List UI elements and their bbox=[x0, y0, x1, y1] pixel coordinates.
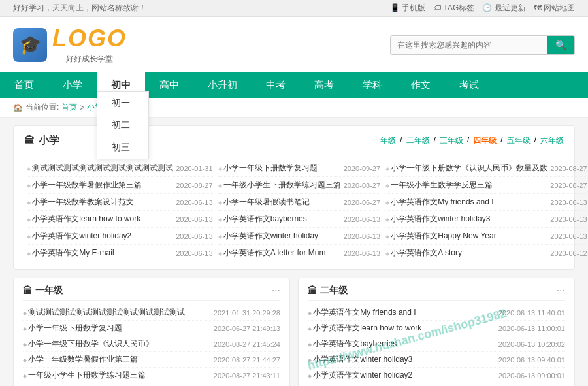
nav-middle-exam[interactable]: 中考 bbox=[252, 72, 300, 98]
article-item: 小学英语作文winter holiday 2020-06-13 bbox=[218, 228, 381, 245]
grade2-header: 🏛 二年级 ··· bbox=[308, 285, 565, 301]
list-item: 小学英语作文winter holiday2 2020-06-13 09:00:0… bbox=[308, 368, 565, 383]
search-box: 🔍 bbox=[390, 35, 575, 55]
logo-icon: 🎓 bbox=[13, 28, 47, 62]
middle-dropdown: 初一 初二 初三 bbox=[97, 91, 149, 159]
main-content: 🏛 小学 一年级 / 二年级 / 三年级 / 四年级 / 五年级 / 六年级 测… bbox=[0, 118, 588, 386]
recent-link[interactable]: 🕒 最近更新 bbox=[482, 3, 525, 14]
article-item: 小学一年级暑假读书笔记 2020-06-27 bbox=[218, 194, 381, 211]
list-item: 小学英语作文learn how to work 2020-06-13 11:00… bbox=[308, 321, 565, 336]
dropdown-grade2[interactable]: 初二 bbox=[97, 114, 148, 137]
list-item: 小学英语作文My friends and I 2020-06-13 11:40:… bbox=[308, 305, 565, 321]
grade-link-5[interactable]: 五年级 bbox=[507, 135, 531, 146]
article-item: 小学英语作文A letter for Mum 2020-06-13 bbox=[218, 245, 381, 261]
grade-link-1[interactable]: 一年级 bbox=[372, 135, 396, 146]
top-bar-slogan: 好好学习，天天向上，网站名称致谢！ bbox=[13, 3, 146, 14]
primary-section-title: 🏛 小学 bbox=[24, 134, 59, 148]
breadcrumb-home-icon: 🏠 bbox=[13, 103, 23, 112]
article-item: 小学一年级数学暑假作业第三篇 2020-08-27 bbox=[27, 177, 213, 194]
grade-link-2[interactable]: 二年级 bbox=[406, 135, 430, 146]
dropdown-grade1[interactable]: 初一 bbox=[97, 92, 148, 114]
list-item: 小学一年级下册数学复习题 2020-06-27 21:49:13 bbox=[23, 321, 280, 336]
article-item: 一年级小学生下册数学练习题三篇 2020-08-27 bbox=[218, 177, 381, 194]
mobile-link[interactable]: 📱 手机版 bbox=[390, 3, 425, 14]
article-item: 小学英语作文Happy New Year 2020-06-13 bbox=[385, 228, 587, 245]
article-item: 一年级小学生数学学反思三篇 2020-08-27 bbox=[385, 177, 587, 194]
article-col-1: 测试测试测试测试测试测试测试测试测试 2020-01-31 小学一年级数学暑假作… bbox=[24, 160, 216, 261]
article-item: 小学英语作文My E-mail 2020-06-13 bbox=[27, 245, 213, 261]
logo-block: LOGO 好好成长学堂 bbox=[52, 25, 127, 65]
grade2-more[interactable]: ··· bbox=[557, 285, 565, 297]
grade1-title: 🏛 一年级 bbox=[23, 285, 63, 297]
article-col-2: 小学一年级下册数学复习题 2020-09-27 一年级小学生下册数学练习题三篇 … bbox=[216, 160, 384, 261]
bottom-grid: 🏛 一年级 ··· 测试测试测试测试测试测试测试测试测试测试 2021-01-3… bbox=[13, 278, 575, 386]
top-bar-links: 📱 手机版 🏷 TAG标签 🕒 最近更新 🗺 网站地图 bbox=[390, 3, 575, 14]
header-right: 🔍 bbox=[390, 35, 575, 55]
list-item: 小学一年级下册数学《认识人民币》 2020-08-27 21:45:24 bbox=[23, 336, 280, 352]
primary-title-icon: 🏛 bbox=[24, 135, 35, 147]
breadcrumb-home-link[interactable]: 首页 bbox=[61, 102, 77, 113]
nav-high[interactable]: 高中 bbox=[145, 72, 193, 98]
grade1-header: 🏛 一年级 ··· bbox=[23, 285, 280, 301]
nav-home[interactable]: 首页 bbox=[0, 72, 48, 98]
nav-essay[interactable]: 作文 bbox=[397, 72, 445, 98]
breadcrumb: 🏠 当前位置: 首页 > 小学 > 频道页 bbox=[0, 98, 588, 118]
logo-text: LOGO bbox=[52, 25, 127, 52]
grade-link-6[interactable]: 六年级 bbox=[540, 135, 564, 146]
nav-middle-wrapper: 初中 初一 初二 初三 bbox=[97, 79, 145, 91]
grade1-more[interactable]: ··· bbox=[272, 285, 280, 297]
grade2-icon: 🏛 bbox=[308, 285, 317, 296]
grade-link-4[interactable]: 四年级 bbox=[473, 135, 497, 146]
article-item: 小学英语作文bayberries 2020-06-13 bbox=[218, 211, 381, 228]
top-bar: 好好学习，天天向上，网站名称致谢！ 📱 手机版 🏷 TAG标签 🕒 最近更新 🗺… bbox=[0, 0, 588, 17]
list-item: 一年级小学生下册数学练习题三篇 2020-08-27 21:43:11 bbox=[23, 368, 280, 383]
list-item: 小学英语作文bayberries 2020-06-13 10:20:02 bbox=[308, 336, 565, 352]
grade1-icon: 🏛 bbox=[23, 285, 32, 296]
article-item: 小学英语作文winter holiday3 2020-06-13 bbox=[385, 211, 587, 228]
list-item: 一年级小学生数学学反思三篇 2020-06-27 21:39:39 bbox=[23, 383, 280, 386]
sitemap-link[interactable]: 🗺 网站地图 bbox=[534, 3, 575, 14]
article-item: 小学一年级下册数学《认识人民币》数量及数 2020-08-27 bbox=[385, 160, 587, 177]
nav-bar: 首页 小学 初中 初一 初二 初三 高中 小升初 中考 高考 学科 作文 考试 bbox=[0, 72, 588, 98]
article-item: 小学英语作文winter holiday2 2020-06-13 bbox=[27, 228, 213, 245]
search-button[interactable]: 🔍 bbox=[547, 36, 574, 54]
nav-exam[interactable]: 考试 bbox=[445, 72, 493, 98]
primary-article-grid: 测试测试测试测试测试测试测试测试测试 2020-01-31 小学一年级数学暑假作… bbox=[24, 160, 564, 261]
breadcrumb-sep1: > bbox=[80, 103, 84, 112]
grade-link-3[interactable]: 三年级 bbox=[440, 135, 463, 146]
article-item: 小学一年级数学教案设计范文 2020-06-13 bbox=[27, 194, 213, 211]
article-item: 测试测试测试测试测试测试测试测试测试 2020-01-31 bbox=[27, 160, 213, 177]
search-input[interactable] bbox=[391, 37, 547, 54]
grade2-title: 🏛 二年级 bbox=[308, 285, 348, 297]
grade-links: 一年级 / 二年级 / 三年级 / 四年级 / 五年级 / 六年级 bbox=[372, 135, 564, 146]
grade2-articles: 小学英语作文My friends and I 2020-06-13 11:40:… bbox=[308, 305, 565, 386]
header: 🎓 LOGO 好好成长学堂 🔍 bbox=[0, 17, 588, 72]
article-item: 小学一年级下册数学复习题 2020-09-27 bbox=[218, 160, 381, 177]
breadcrumb-label: 当前位置: bbox=[25, 102, 59, 113]
grade1-articles: 测试测试测试测试测试测试测试测试测试测试 2021-01-31 20:29:28… bbox=[23, 305, 280, 386]
nav-promotion[interactable]: 小升初 bbox=[193, 72, 252, 98]
list-item: 测试测试测试测试测试测试测试测试测试测试 2021-01-31 20:29:28 bbox=[23, 305, 280, 321]
nav-subject[interactable]: 学科 bbox=[348, 72, 397, 98]
logo-subtitle: 好好成长学堂 bbox=[52, 54, 127, 65]
logo-area: 🎓 LOGO 好好成长学堂 bbox=[13, 25, 127, 65]
article-item: 小学英语作文A story 2020-06-12 bbox=[385, 245, 587, 261]
article-col-3: 小学一年级下册数学《认识人民币》数量及数 2020-08-27 一年级小学生数学… bbox=[383, 160, 588, 261]
grade2-section: 🏛 二年级 ··· 小学英语作文My friends and I 2020-06… bbox=[298, 278, 575, 386]
list-item: 小学一年级数学暑假作业第三篇 2020-08-27 21:44:27 bbox=[23, 352, 280, 368]
tag-link[interactable]: 🏷 TAG标签 bbox=[433, 3, 474, 14]
grade1-section: 🏛 一年级 ··· 测试测试测试测试测试测试测试测试测试测试 2021-01-3… bbox=[13, 278, 290, 386]
list-item: 小学英语作文winter holiday3 2020-06-13 09:40:0… bbox=[308, 352, 565, 368]
nav-primary[interactable]: 小学 bbox=[48, 72, 97, 98]
article-item: 小学英语作文learn how to work 2020-06-13 bbox=[27, 211, 213, 228]
article-item: 小学英语作文My friends and I 2020-06-13 bbox=[385, 194, 587, 211]
nav-gaokao[interactable]: 高考 bbox=[300, 72, 348, 98]
list-item: 小学英语作文winter holiday 2020-06-13 08:20:01 bbox=[308, 383, 565, 386]
dropdown-grade3[interactable]: 初三 bbox=[97, 137, 148, 159]
